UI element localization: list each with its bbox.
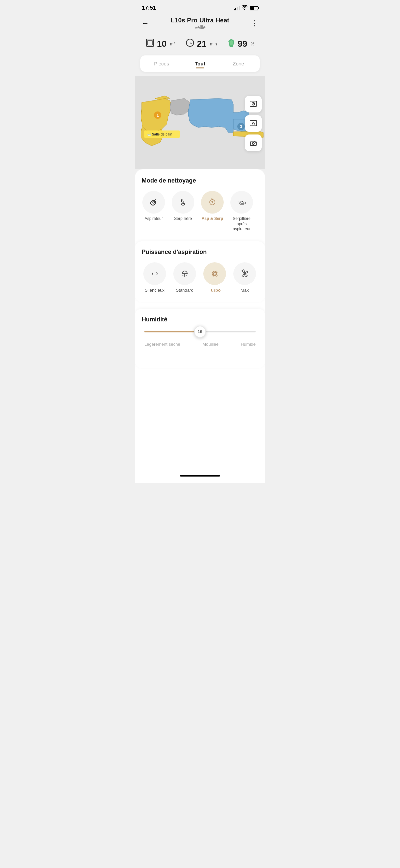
suction-section: Puissance d'aspiration Silencieux (135, 241, 265, 302)
tab-bar: Pièces Tout Zone (140, 55, 260, 72)
svg-text:🛁 Salle de bain: 🛁 Salle de bain (147, 132, 172, 136)
back-button[interactable]: ← (142, 19, 154, 28)
suction-title: Puissance d'aspiration (142, 249, 258, 256)
mode-serpilliere[interactable]: Serpillière (171, 191, 195, 232)
humidity-slider[interactable]: 16 Légèrement sèche Mouillée Humide (144, 331, 256, 347)
svg-point-26 (255, 142, 256, 143)
suction-standard[interactable]: Standard (172, 262, 198, 293)
svg-point-25 (252, 143, 254, 145)
slider-label-right: Humide (241, 342, 256, 347)
suction-modes-scroll: Silencieux Standard (142, 262, 258, 293)
mode-serpilliere-label: Serpillière (174, 216, 192, 222)
mode-aspirateur-label: Aspirateur (145, 216, 163, 222)
status-time: 17:51 (142, 5, 156, 11)
time-icon (186, 38, 194, 49)
cleaning-modes-scroll: Aspirateur Serpillière (142, 191, 258, 235)
tab-pieces[interactable]: Pièces (142, 57, 181, 70)
suction-standard-label: Standard (176, 288, 194, 293)
mode-serpilliere-icon (172, 191, 194, 214)
svg-point-27 (153, 201, 155, 203)
tab-active-indicator (196, 67, 204, 68)
map-view-button[interactable] (245, 96, 262, 113)
suction-standard-icon (173, 262, 196, 285)
suction-silencieux-icon (143, 262, 166, 285)
slider-track: 16 (144, 331, 256, 332)
svg-rect-1 (148, 40, 152, 45)
svg-point-23 (253, 103, 254, 104)
right-toolbar (245, 96, 262, 151)
tab-zone[interactable]: Zone (219, 57, 258, 70)
suction-silencieux-label: Silencieux (145, 288, 164, 293)
mode-asp-serp-icon (201, 191, 224, 214)
suction-max[interactable]: Max (232, 262, 258, 293)
svg-point-32 (214, 273, 216, 275)
mode-serp-asp-label: Serpillière après aspirateur (230, 216, 254, 232)
slider-label-left: Légèrement sèche (144, 342, 180, 347)
device-title: L10s Pro Ultra Heat (154, 17, 246, 24)
slider-thumb-wrapper: 16 (194, 326, 206, 338)
suction-max-icon (233, 262, 256, 285)
suction-max-label: Max (241, 288, 249, 293)
suction-turbo-label: Turbo (209, 288, 221, 293)
humidity-title: Humidité (142, 316, 258, 323)
mode-asp-serp-label: Asp & Serp (202, 216, 223, 222)
cleaning-mode-section: Mode de nettoyage Aspirateur (142, 177, 258, 235)
time-value: 21 (197, 39, 207, 49)
map-section: Pièces Tout Zone (135, 55, 265, 169)
more-menu-button[interactable]: ⋮ (246, 19, 258, 28)
signal-icon (234, 6, 240, 10)
mode-serp-asp-icon: S1 S2 (230, 191, 253, 214)
map-container[interactable]: 1 🛁 Salle de bain 3 (135, 76, 265, 169)
tab-tout[interactable]: Tout (181, 57, 219, 70)
slider-thumb[interactable]: 16 (194, 326, 206, 338)
svg-text:S2: S2 (242, 200, 246, 204)
humidity-section: Humidité 16 Légèrement sèche Mouillée Hu… (135, 309, 265, 368)
slider-labels: Légèrement sèche Mouillée Humide (144, 342, 256, 347)
status-icons (234, 5, 258, 11)
status-bar: 17:51 (135, 0, 265, 14)
header: ← L10s Pro Ultra Heat Veille ⋮ (135, 14, 265, 34)
mode-asp-serp[interactable]: Asp & Serp (200, 191, 224, 232)
suction-turbo[interactable]: Turbo (202, 262, 228, 293)
stats-bar: 10 m² 21 min 99 % (135, 34, 265, 55)
camera-button[interactable] (245, 134, 262, 151)
battery-unit: % (251, 41, 255, 46)
home-indicator (135, 469, 265, 483)
map-edit-button[interactable] (245, 115, 262, 132)
header-title-block: L10s Pro Ultra Heat Veille (154, 17, 246, 30)
bottom-card: Mode de nettoyage Aspirateur (135, 169, 265, 469)
area-stat: 10 m² (146, 38, 175, 49)
battery-value: 99 (238, 39, 247, 49)
slider-label-center: Mouillée (202, 342, 218, 347)
time-stat: 21 min (186, 38, 217, 49)
battery-gem-icon (228, 38, 235, 50)
mode-aspirateur-icon (142, 191, 165, 214)
battery-stat: 99 % (228, 38, 254, 50)
battery-icon (250, 6, 258, 10)
device-status: Veille (154, 25, 246, 30)
suction-silencieux[interactable]: Silencieux (142, 262, 168, 293)
area-unit: m² (170, 41, 175, 46)
mode-aspirateur[interactable]: Aspirateur (142, 191, 166, 232)
suction-turbo-icon (203, 262, 226, 285)
svg-text:3: 3 (240, 124, 242, 129)
svg-rect-24 (250, 121, 257, 126)
area-value: 10 (157, 39, 167, 49)
home-bar (180, 475, 220, 476)
svg-text:1: 1 (157, 113, 159, 118)
cleaning-mode-title: Mode de nettoyage (142, 177, 258, 184)
area-icon (146, 38, 154, 49)
svg-line-4 (190, 43, 191, 44)
wifi-icon (242, 5, 248, 11)
time-unit: min (210, 41, 217, 46)
mode-serp-asp[interactable]: S1 S2 Serpillière après aspirateur (230, 191, 254, 232)
